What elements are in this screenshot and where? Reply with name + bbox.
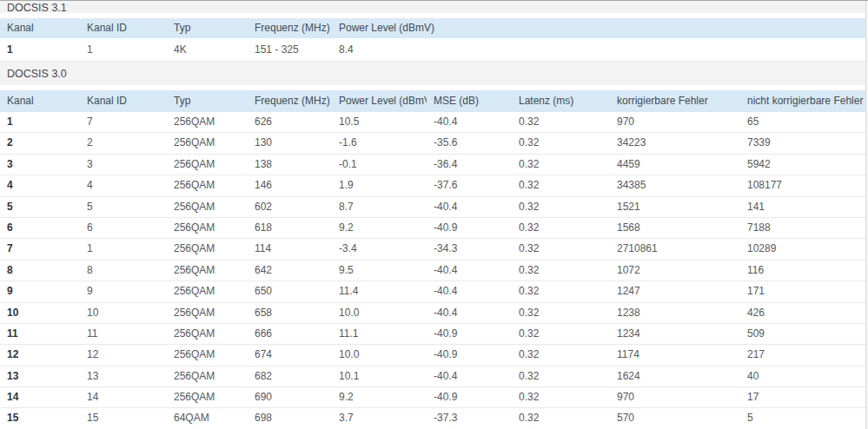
docsis30-table: Kanal Kanal ID Typ Frequenz (MHz) Power … <box>0 85 865 429</box>
column-header-kanal-id: Kanal ID <box>80 90 167 112</box>
cell-nicht-korrigierbare-fehler: 7339 <box>740 133 865 153</box>
cell-frequenz: 114 <box>248 239 332 259</box>
cell-nicht-korrigierbare-fehler: 141 <box>740 197 865 217</box>
table-row: 9 9 256QAM 650 11.4 -40.4 0.32 1247 171 <box>0 281 865 302</box>
table-row: 7 1 256QAM 114 -3.4 -34.3 0.32 2710861 1… <box>0 239 865 260</box>
cell-power-level: -0.1 <box>332 155 427 175</box>
cell-typ: 256QAM <box>167 345 248 365</box>
section-title-docsis30: DOCSIS 3.0 <box>0 62 865 85</box>
table-row: 11 11 256QAM 666 11.1 -40.9 0.32 1234 50… <box>0 324 865 345</box>
cell-korrigierbare-fehler: 1174 <box>610 345 740 365</box>
column-header-mse: MSE (dB) <box>427 90 512 112</box>
column-header-frequenz: Frequenz (MHz) <box>248 90 332 112</box>
cell-power-level: -1.6 <box>332 133 427 153</box>
docsis30-header-row: Kanal Kanal ID Typ Frequenz (MHz) Power … <box>0 90 865 112</box>
cell-frequenz: 690 <box>248 387 332 407</box>
cell-latenz: 0.32 <box>512 303 610 323</box>
column-header-latenz: Latenz (ms) <box>512 90 610 112</box>
cell-power-level: 9.2 <box>332 387 427 407</box>
cell-frequenz: 682 <box>248 366 332 386</box>
cell-latenz: 0.32 <box>512 133 610 153</box>
cell-korrigierbare-fehler: 570 <box>610 408 740 428</box>
cell-typ: 256QAM <box>167 281 248 301</box>
cell-power-level: 11.4 <box>332 281 427 301</box>
cell-kanal: 1 <box>0 38 80 61</box>
cell-kanal: 1 <box>0 112 80 132</box>
content-area: DOCSIS 3.1 Kanal Kanal ID Typ Frequenz (… <box>0 1 866 429</box>
column-header-kanal-id: Kanal ID <box>80 18 167 38</box>
cell-latenz: 0.32 <box>512 112 610 132</box>
cell-kanal-id: 5 <box>80 197 167 217</box>
cell-kanal-id: 4 <box>80 175 167 195</box>
docsis31-header-row: Kanal Kanal ID Typ Frequenz (MHz) Power … <box>0 18 865 38</box>
cell-kanal-id: 2 <box>80 133 167 153</box>
table-row: 12 12 256QAM 674 10.0 -40.9 0.32 1174 21… <box>0 345 865 366</box>
cell-typ: 256QAM <box>167 387 248 407</box>
table-row: 6 6 256QAM 618 9.2 -40.9 0.32 1568 7188 <box>0 218 865 239</box>
cell-power-level: 10.1 <box>332 366 427 386</box>
cell-latenz: 0.32 <box>512 155 610 175</box>
cell-frequenz: 146 <box>248 175 332 195</box>
table-row: 2 2 256QAM 130 -1.6 -35.6 0.32 34223 733… <box>0 133 865 154</box>
cell-latenz: 0.32 <box>512 324 610 344</box>
cell-power-level: 10.0 <box>332 345 427 365</box>
cell-kanal: 4 <box>0 175 80 195</box>
cell-typ: 256QAM <box>167 155 248 175</box>
table-row: 4 4 256QAM 146 1.9 -37.6 0.32 34385 1081… <box>0 175 865 196</box>
cell-nicht-korrigierbare-fehler: 40 <box>740 366 865 386</box>
cell-nicht-korrigierbare-fehler: 5 <box>740 408 865 428</box>
cell-latenz: 0.32 <box>512 197 610 217</box>
cell-kanal-id: 6 <box>80 218 167 238</box>
cell-typ: 256QAM <box>167 239 248 259</box>
cell-korrigierbare-fehler: 1247 <box>610 281 740 301</box>
cell-kanal: 6 <box>0 218 80 238</box>
cell-kanal: 7 <box>0 239 80 259</box>
table-row: 8 8 256QAM 642 9.5 -40.4 0.32 1072 116 <box>0 261 865 281</box>
cell-kanal: 9 <box>0 281 80 301</box>
cell-latenz: 0.32 <box>512 345 610 365</box>
cell-frequenz: 602 <box>248 197 332 217</box>
cell-typ: 256QAM <box>167 133 248 153</box>
column-header-nicht-korrigierbare-fehler: nicht korrigierbare Fehler <box>740 90 865 112</box>
cell-korrigierbare-fehler: 970 <box>610 387 740 407</box>
cell-latenz: 0.32 <box>512 387 610 407</box>
cell-nicht-korrigierbare-fehler: 116 <box>740 261 865 280</box>
cell-typ: 256QAM <box>167 324 248 344</box>
cell-kanal-id: 13 <box>80 366 167 386</box>
cell-korrigierbare-fehler: 1521 <box>610 197 740 217</box>
cell-frequenz: 642 <box>248 261 332 280</box>
cell-mse: -40.9 <box>427 387 512 407</box>
cell-typ: 256QAM <box>167 112 248 132</box>
cell-latenz: 0.32 <box>512 366 610 386</box>
cell-kanal: 5 <box>0 197 80 217</box>
table-row: 14 14 256QAM 690 9.2 -40.9 0.32 970 17 <box>0 387 865 408</box>
cell-frequenz: 138 <box>248 155 332 175</box>
cell-korrigierbare-fehler: 34385 <box>610 175 740 195</box>
cell-kanal-id: 9 <box>80 281 167 301</box>
cell-latenz: 0.32 <box>512 218 610 238</box>
cell-nicht-korrigierbare-fehler: 509 <box>740 324 865 344</box>
column-header-typ: Typ <box>167 18 248 38</box>
cell-korrigierbare-fehler: 34223 <box>610 133 740 153</box>
docsis30-table-body: 1 7 256QAM 626 10.5 -40.4 0.32 970 65 2 … <box>0 112 865 429</box>
cell-mse: -40.4 <box>427 112 512 132</box>
cell-korrigierbare-fehler: 4459 <box>610 155 740 175</box>
cell-latenz: 0.32 <box>512 239 610 259</box>
cell-typ: 256QAM <box>167 366 248 386</box>
docsis31-table-body: 1 1 4K 151 - 325 8.4 <box>0 38 865 62</box>
cell-korrigierbare-fehler: 2710861 <box>610 239 740 259</box>
cell-mse: -34.3 <box>427 239 512 259</box>
column-header-typ: Typ <box>167 90 248 112</box>
column-header-korrigierbare-fehler: korrigierbare Fehler <box>610 90 740 112</box>
cell-kanal: 2 <box>0 133 80 153</box>
cell-typ: 256QAM <box>167 261 248 280</box>
cell-kanal-id: 14 <box>80 387 167 407</box>
cell-nicht-korrigierbare-fehler: 10289 <box>740 239 865 259</box>
column-header-frequenz: Frequenz (MHz) <box>248 18 332 38</box>
cell-kanal-id: 8 <box>80 261 167 280</box>
cell-korrigierbare-fehler: 970 <box>610 112 740 132</box>
cell-nicht-korrigierbare-fehler: 5942 <box>740 155 865 175</box>
cell-frequenz: 618 <box>248 218 332 238</box>
cell-latenz: 0.32 <box>512 281 610 301</box>
cell-frequenz: 626 <box>248 112 332 132</box>
